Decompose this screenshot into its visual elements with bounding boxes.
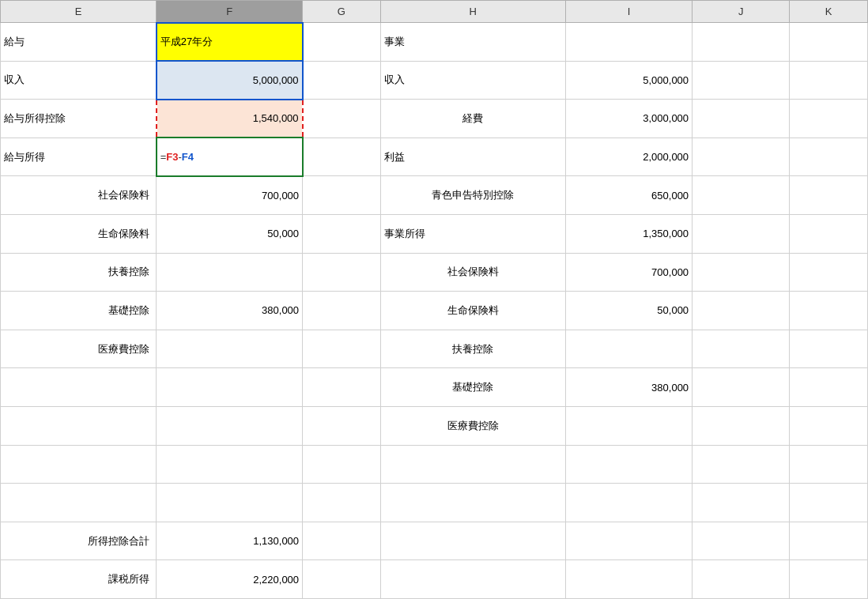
cell-k1[interactable] — [790, 23, 868, 62]
cell-k13[interactable] — [790, 484, 868, 522]
cell-f3[interactable]: 1,540,000 — [157, 100, 303, 138]
cell-i8[interactable]: 50,000 — [565, 292, 692, 330]
cell-e2[interactable]: 収入 — [1, 61, 157, 100]
col-header-j[interactable]: J — [693, 1, 790, 23]
cell-g8[interactable] — [303, 292, 381, 330]
cell-f7[interactable] — [157, 253, 303, 292]
cell-j10[interactable] — [693, 368, 790, 407]
cell-h6[interactable]: 事業所得 — [380, 214, 565, 253]
cell-e9[interactable]: 医療費控除 — [1, 330, 157, 368]
col-header-k[interactable]: K — [790, 1, 868, 23]
cell-e12[interactable] — [1, 445, 157, 484]
cell-k7[interactable] — [790, 253, 868, 292]
cell-e1[interactable]: 給与 — [1, 23, 157, 62]
cell-i12[interactable] — [565, 445, 692, 484]
cell-f4[interactable]: =F3-F4 — [157, 138, 303, 176]
cell-h10[interactable]: 基礎控除 — [380, 368, 565, 407]
cell-g15[interactable] — [303, 560, 381, 599]
cell-k8[interactable] — [790, 292, 868, 330]
cell-f1[interactable]: 平成27年分 — [157, 23, 303, 62]
cell-f13[interactable] — [157, 484, 303, 522]
cell-j6[interactable] — [693, 214, 790, 253]
cell-k12[interactable] — [790, 445, 868, 484]
cell-f2[interactable]: 5,000,000 — [157, 61, 303, 100]
cell-e6[interactable]: 生命保険料 — [1, 214, 157, 253]
cell-k2[interactable] — [790, 61, 868, 100]
cell-f8[interactable]: 380,000 — [157, 292, 303, 330]
cell-f11[interactable] — [157, 406, 303, 445]
cell-e14[interactable]: 所得控除合計 — [1, 522, 157, 560]
cell-j5[interactable] — [693, 176, 790, 215]
cell-e11[interactable] — [1, 406, 157, 445]
cell-h8[interactable]: 生命保険料 — [380, 292, 565, 330]
cell-k4[interactable] — [790, 138, 868, 176]
cell-h12[interactable] — [380, 445, 565, 484]
cell-e4[interactable]: 給与所得 — [1, 138, 157, 176]
cell-h1[interactable]: 事業 — [380, 23, 565, 62]
col-header-f[interactable]: F — [157, 1, 303, 23]
cell-i11[interactable] — [565, 406, 692, 445]
cell-i15[interactable] — [565, 560, 692, 599]
cell-g13[interactable] — [303, 484, 381, 522]
cell-j11[interactable] — [693, 406, 790, 445]
cell-j3[interactable] — [693, 100, 790, 138]
cell-f14[interactable]: 1,130,000 — [157, 522, 303, 560]
cell-h5[interactable]: 青色申告特別控除 — [380, 176, 565, 215]
cell-g12[interactable] — [303, 445, 381, 484]
cell-e3[interactable]: 給与所得控除 — [1, 100, 157, 138]
cell-k9[interactable] — [790, 330, 868, 368]
cell-g9[interactable] — [303, 330, 381, 368]
cell-g6[interactable] — [303, 214, 381, 253]
cell-g1[interactable] — [303, 23, 381, 62]
col-header-g[interactable]: G — [303, 1, 381, 23]
col-header-e[interactable]: E — [1, 1, 157, 23]
cell-f10[interactable] — [157, 368, 303, 407]
cell-f12[interactable] — [157, 445, 303, 484]
cell-g2[interactable] — [303, 61, 381, 100]
cell-j2[interactable] — [693, 61, 790, 100]
cell-h14[interactable] — [380, 522, 565, 560]
cell-h15[interactable] — [380, 560, 565, 599]
cell-h3[interactable]: 経費 — [380, 100, 565, 138]
cell-j12[interactable] — [693, 445, 790, 484]
cell-g11[interactable] — [303, 406, 381, 445]
cell-i3[interactable]: 3,000,000 — [565, 100, 692, 138]
cell-h13[interactable] — [380, 484, 565, 522]
cell-h2[interactable]: 収入 — [380, 61, 565, 100]
cell-j8[interactable] — [693, 292, 790, 330]
cell-k10[interactable] — [790, 368, 868, 407]
cell-f6[interactable]: 50,000 — [157, 214, 303, 253]
cell-i13[interactable] — [565, 484, 692, 522]
cell-g4[interactable] — [303, 138, 381, 176]
cell-e10[interactable] — [1, 368, 157, 407]
col-header-i[interactable]: I — [565, 1, 692, 23]
cell-i7[interactable]: 700,000 — [565, 253, 692, 292]
cell-j7[interactable] — [693, 253, 790, 292]
cell-e15[interactable]: 課税所得 — [1, 560, 157, 599]
cell-h7[interactable]: 社会保険料 — [380, 253, 565, 292]
cell-j4[interactable] — [693, 138, 790, 176]
cell-j9[interactable] — [693, 330, 790, 368]
cell-g10[interactable] — [303, 368, 381, 407]
cell-i1[interactable] — [565, 23, 692, 62]
cell-k6[interactable] — [790, 214, 868, 253]
cell-k5[interactable] — [790, 176, 868, 215]
cell-e5[interactable]: 社会保険料 — [1, 176, 157, 215]
cell-k11[interactable] — [790, 406, 868, 445]
cell-g7[interactable] — [303, 253, 381, 292]
cell-h11[interactable]: 医療費控除 — [380, 406, 565, 445]
cell-g14[interactable] — [303, 522, 381, 560]
cell-e8[interactable]: 基礎控除 — [1, 292, 157, 330]
cell-i2[interactable]: 5,000,000 — [565, 61, 692, 100]
cell-i6[interactable]: 1,350,000 — [565, 214, 692, 253]
cell-f9[interactable] — [157, 330, 303, 368]
cell-i4[interactable]: 2,000,000 — [565, 138, 692, 176]
cell-j14[interactable] — [693, 522, 790, 560]
cell-k14[interactable] — [790, 522, 868, 560]
cell-g5[interactable] — [303, 176, 381, 215]
cell-f15[interactable]: 2,220,000 — [157, 560, 303, 599]
cell-h9[interactable]: 扶養控除 — [380, 330, 565, 368]
cell-e13[interactable] — [1, 484, 157, 522]
cell-k3[interactable] — [790, 100, 868, 138]
cell-g3[interactable] — [303, 100, 381, 138]
